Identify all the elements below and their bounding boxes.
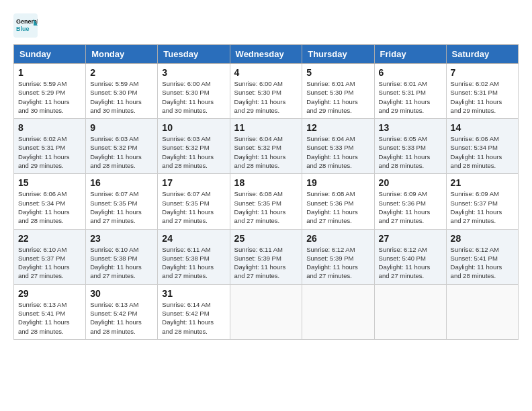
day-info: Sunrise: 6:03 AM Sunset: 5:32 PM Dayligh…	[90, 134, 153, 170]
day-info: Sunrise: 6:10 AM Sunset: 5:38 PM Dayligh…	[90, 245, 153, 281]
day-number: 10	[162, 122, 225, 133]
calendar-day-4: 4Sunrise: 6:00 AM Sunset: 5:30 PM Daylig…	[230, 64, 302, 119]
day-number: 21	[451, 177, 514, 188]
day-info: Sunrise: 6:08 AM Sunset: 5:36 PM Dayligh…	[306, 189, 369, 225]
logo: General Blue	[13, 13, 38, 38]
day-info: Sunrise: 6:07 AM Sunset: 5:35 PM Dayligh…	[162, 189, 225, 225]
calendar-day-21: 21Sunrise: 6:09 AM Sunset: 5:37 PM Dayli…	[446, 174, 518, 229]
calendar-day-3: 3Sunrise: 6:00 AM Sunset: 5:30 PM Daylig…	[158, 64, 230, 119]
day-info: Sunrise: 5:59 AM Sunset: 5:30 PM Dayligh…	[90, 79, 153, 115]
day-info: Sunrise: 5:59 AM Sunset: 5:29 PM Dayligh…	[18, 79, 81, 115]
day-number: 1	[18, 67, 81, 78]
day-info: Sunrise: 6:06 AM Sunset: 5:34 PM Dayligh…	[18, 189, 81, 225]
day-info: Sunrise: 6:03 AM Sunset: 5:32 PM Dayligh…	[162, 134, 225, 170]
day-number: 29	[18, 288, 81, 299]
calendar-day-19: 19Sunrise: 6:08 AM Sunset: 5:36 PM Dayli…	[302, 174, 374, 229]
calendar-day-13: 13Sunrise: 6:05 AM Sunset: 5:33 PM Dayli…	[374, 119, 446, 174]
day-number: 12	[306, 122, 369, 133]
calendar-day-17: 17Sunrise: 6:07 AM Sunset: 5:35 PM Dayli…	[158, 174, 230, 229]
calendar-day-18: 18Sunrise: 6:08 AM Sunset: 5:35 PM Dayli…	[230, 174, 302, 229]
empty-cell	[302, 284, 374, 339]
empty-cell	[446, 284, 518, 339]
calendar-day-9: 9Sunrise: 6:03 AM Sunset: 5:32 PM Daylig…	[86, 119, 158, 174]
day-number: 22	[18, 233, 81, 244]
empty-cell	[230, 284, 302, 339]
day-number: 17	[162, 177, 225, 188]
day-number: 6	[379, 67, 442, 78]
calendar-day-20: 20Sunrise: 6:09 AM Sunset: 5:36 PM Dayli…	[374, 174, 446, 229]
logo-icon: General Blue	[13, 13, 38, 38]
day-number: 8	[18, 122, 81, 133]
calendar-header-row: SundayMondayTuesdayWednesdayThursdayFrid…	[14, 45, 519, 64]
calendar-table: SundayMondayTuesdayWednesdayThursdayFrid…	[13, 44, 519, 340]
day-number: 31	[162, 288, 225, 299]
day-info: Sunrise: 6:04 AM Sunset: 5:32 PM Dayligh…	[234, 134, 298, 170]
day-number: 5	[306, 67, 369, 78]
day-number: 11	[234, 122, 298, 133]
day-info: Sunrise: 6:14 AM Sunset: 5:42 PM Dayligh…	[162, 300, 225, 336]
calendar-day-30: 30Sunrise: 6:13 AM Sunset: 5:42 PM Dayli…	[86, 284, 158, 339]
day-number: 18	[234, 177, 298, 188]
calendar-week-5: 29Sunrise: 6:13 AM Sunset: 5:41 PM Dayli…	[14, 284, 519, 339]
calendar-week-1: 1Sunrise: 5:59 AM Sunset: 5:29 PM Daylig…	[14, 64, 519, 119]
calendar-day-23: 23Sunrise: 6:10 AM Sunset: 5:38 PM Dayli…	[86, 229, 158, 284]
day-info: Sunrise: 6:13 AM Sunset: 5:41 PM Dayligh…	[18, 300, 81, 336]
day-number: 20	[379, 177, 442, 188]
day-number: 4	[234, 67, 298, 78]
day-info: Sunrise: 6:02 AM Sunset: 5:31 PM Dayligh…	[18, 134, 81, 170]
weekday-header-wednesday: Wednesday	[230, 45, 302, 64]
weekday-header-saturday: Saturday	[446, 45, 518, 64]
day-info: Sunrise: 6:04 AM Sunset: 5:33 PM Dayligh…	[306, 134, 369, 170]
calendar-day-24: 24Sunrise: 6:11 AM Sunset: 5:38 PM Dayli…	[158, 229, 230, 284]
weekday-header-thursday: Thursday	[302, 45, 374, 64]
empty-cell	[374, 284, 446, 339]
calendar-day-15: 15Sunrise: 6:06 AM Sunset: 5:34 PM Dayli…	[14, 174, 86, 229]
day-number: 23	[90, 233, 153, 244]
calendar-week-3: 15Sunrise: 6:06 AM Sunset: 5:34 PM Dayli…	[14, 174, 519, 229]
day-info: Sunrise: 6:12 AM Sunset: 5:40 PM Dayligh…	[379, 245, 442, 281]
day-info: Sunrise: 6:08 AM Sunset: 5:35 PM Dayligh…	[234, 189, 298, 225]
day-number: 25	[234, 233, 298, 244]
day-info: Sunrise: 6:05 AM Sunset: 5:33 PM Dayligh…	[379, 134, 442, 170]
calendar-day-12: 12Sunrise: 6:04 AM Sunset: 5:33 PM Dayli…	[302, 119, 374, 174]
calendar-day-7: 7Sunrise: 6:02 AM Sunset: 5:31 PM Daylig…	[446, 64, 518, 119]
day-number: 15	[18, 177, 81, 188]
calendar-day-27: 27Sunrise: 6:12 AM Sunset: 5:40 PM Dayli…	[374, 229, 446, 284]
calendar-day-26: 26Sunrise: 6:12 AM Sunset: 5:39 PM Dayli…	[302, 229, 374, 284]
day-info: Sunrise: 6:00 AM Sunset: 5:30 PM Dayligh…	[162, 79, 225, 115]
day-number: 16	[90, 177, 153, 188]
day-number: 30	[90, 288, 153, 299]
calendar-day-11: 11Sunrise: 6:04 AM Sunset: 5:32 PM Dayli…	[230, 119, 302, 174]
weekday-header-friday: Friday	[374, 45, 446, 64]
weekday-header-sunday: Sunday	[14, 45, 86, 64]
page-header: General Blue	[13, 13, 519, 38]
calendar-day-6: 6Sunrise: 6:01 AM Sunset: 5:31 PM Daylig…	[374, 64, 446, 119]
day-info: Sunrise: 6:11 AM Sunset: 5:38 PM Dayligh…	[162, 245, 225, 281]
day-info: Sunrise: 6:09 AM Sunset: 5:37 PM Dayligh…	[451, 189, 514, 225]
day-number: 27	[379, 233, 442, 244]
calendar-day-16: 16Sunrise: 6:07 AM Sunset: 5:35 PM Dayli…	[86, 174, 158, 229]
day-number: 13	[379, 122, 442, 133]
day-number: 3	[162, 67, 225, 78]
weekday-header-tuesday: Tuesday	[158, 45, 230, 64]
day-info: Sunrise: 6:13 AM Sunset: 5:42 PM Dayligh…	[90, 300, 153, 336]
weekday-header-monday: Monday	[86, 45, 158, 64]
day-info: Sunrise: 6:11 AM Sunset: 5:39 PM Dayligh…	[234, 245, 298, 281]
calendar-day-5: 5Sunrise: 6:01 AM Sunset: 5:30 PM Daylig…	[302, 64, 374, 119]
calendar-day-14: 14Sunrise: 6:06 AM Sunset: 5:34 PM Dayli…	[446, 119, 518, 174]
day-number: 24	[162, 233, 225, 244]
day-info: Sunrise: 6:10 AM Sunset: 5:37 PM Dayligh…	[18, 245, 81, 281]
day-number: 14	[451, 122, 514, 133]
calendar-day-29: 29Sunrise: 6:13 AM Sunset: 5:41 PM Dayli…	[14, 284, 86, 339]
svg-text:Blue: Blue	[16, 26, 30, 32]
calendar-day-8: 8Sunrise: 6:02 AM Sunset: 5:31 PM Daylig…	[14, 119, 86, 174]
day-number: 19	[306, 177, 369, 188]
day-info: Sunrise: 6:09 AM Sunset: 5:36 PM Dayligh…	[379, 189, 442, 225]
day-number: 9	[90, 122, 153, 133]
calendar-day-28: 28Sunrise: 6:12 AM Sunset: 5:41 PM Dayli…	[446, 229, 518, 284]
day-info: Sunrise: 6:00 AM Sunset: 5:30 PM Dayligh…	[234, 79, 298, 115]
day-info: Sunrise: 6:07 AM Sunset: 5:35 PM Dayligh…	[90, 189, 153, 225]
calendar-day-1: 1Sunrise: 5:59 AM Sunset: 5:29 PM Daylig…	[14, 64, 86, 119]
calendar-day-10: 10Sunrise: 6:03 AM Sunset: 5:32 PM Dayli…	[158, 119, 230, 174]
calendar-day-22: 22Sunrise: 6:10 AM Sunset: 5:37 PM Dayli…	[14, 229, 86, 284]
